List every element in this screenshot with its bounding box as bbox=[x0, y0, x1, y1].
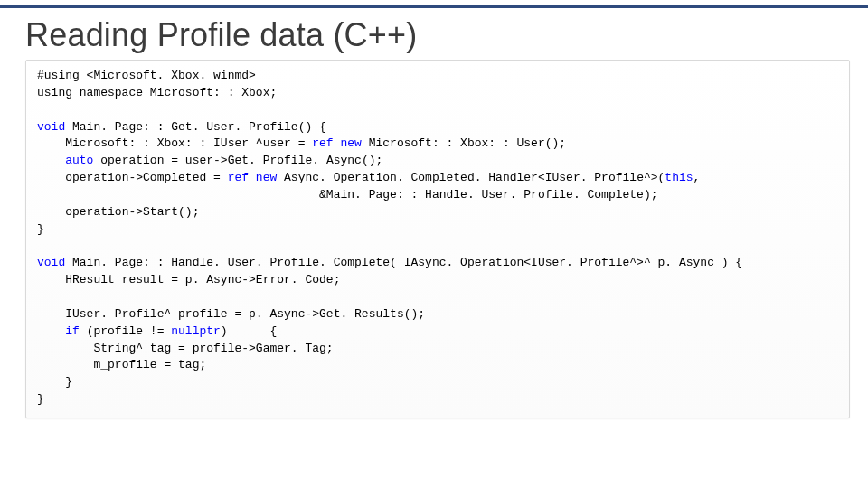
top-rule bbox=[0, 5, 868, 8]
code-block: #using <Microsoft. Xbox. winmd> using na… bbox=[25, 60, 850, 418]
slide-title: Reading Profile data (C++) bbox=[25, 16, 850, 54]
slide: Reading Profile data (C++) #using <Micro… bbox=[25, 16, 850, 479]
code-content: #using <Microsoft. Xbox. winmd> using na… bbox=[37, 68, 838, 408]
